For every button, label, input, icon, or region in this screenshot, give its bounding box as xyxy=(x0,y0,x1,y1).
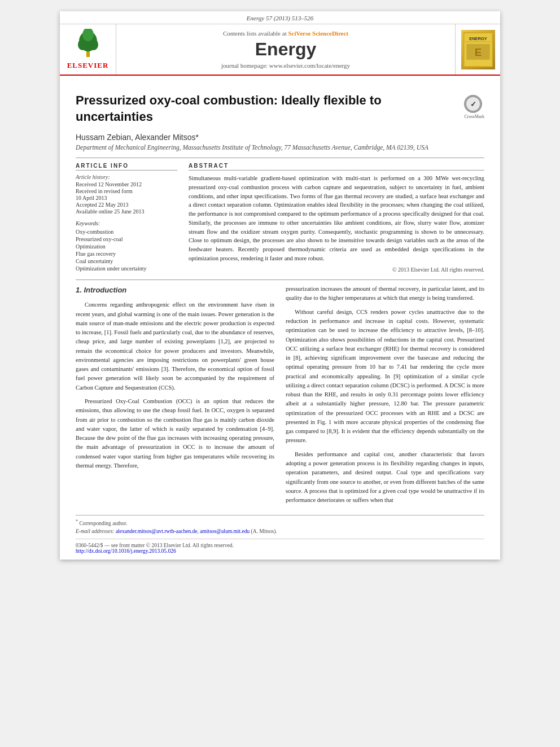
body-para-2: Pressurized Oxy-Coal Combustion (OCC) is… xyxy=(76,397,274,470)
keywords-list: Oxy-combustion Pressurized oxy-coal Opti… xyxy=(76,229,177,272)
keyword-4: Flue gas recovery xyxy=(76,251,177,257)
crossmark-badge[interactable]: ✓ CrossMark xyxy=(464,95,484,119)
footer-copyright: 0360-5442/$ — see front matter © 2013 El… xyxy=(76,543,484,548)
doi-link[interactable]: http://dx.doi.org/10.1016/j.energy.2013.… xyxy=(76,548,176,554)
body-para-3: pressurization increases the amount of t… xyxy=(286,285,484,303)
body-col-left: 1. Introduction Concerns regarding anthr… xyxy=(76,285,274,509)
keywords-label: Keywords: xyxy=(76,220,177,226)
body-para-1: Concerns regarding anthropogenic effect … xyxy=(76,300,274,392)
email-link-2[interactable]: amitsos@alum.mit.edu xyxy=(200,528,250,534)
history-item-4: Accepted 22 May 2013 xyxy=(76,202,177,208)
svg-point-4 xyxy=(89,39,98,50)
journal-thumbnail: ENERGY E xyxy=(455,24,500,75)
page-footer: * Corresponding author. E-mail addresses… xyxy=(76,515,484,560)
journal-title: Energy xyxy=(255,39,316,60)
article-info-column: ARTICLE INFO Article history: Received 1… xyxy=(76,163,177,273)
article-content: Pressurized oxy-coal combustion: Ideally… xyxy=(60,76,500,280)
affiliation: Department of Mechanical Engineering, Ma… xyxy=(76,144,484,151)
top-bar: Energy 57 (2013) 513–526 xyxy=(60,11,500,24)
journal-header: ELSEVIER Contents lists available at Sci… xyxy=(60,24,500,76)
article-history: Article history: Received 12 November 20… xyxy=(76,174,177,215)
article-title: Pressurized oxy-coal combustion: Ideally… xyxy=(76,93,458,125)
body-col-right: pressurization increases the amount of t… xyxy=(286,285,484,509)
journal-cover-image: ENERGY E xyxy=(461,30,495,69)
footnote-corresponding: * Corresponding author. xyxy=(76,519,484,526)
svg-point-3 xyxy=(78,39,87,50)
elsevier-logo: ELSEVIER xyxy=(67,29,109,70)
history-item-1: Received 12 November 2012 xyxy=(76,181,177,187)
divider-1 xyxy=(76,158,484,158)
email-link-1[interactable]: alexander.mitsos@avt.rwth-aachen.de xyxy=(116,528,198,534)
history-label: Article history: xyxy=(76,174,177,180)
svg-text:E: E xyxy=(474,46,482,58)
body-para-4: Without careful design, CCS renders powe… xyxy=(286,308,484,445)
section-1-heading: 1. Introduction xyxy=(76,285,274,296)
journal-citation: Energy 57 (2013) 513–526 xyxy=(247,15,313,21)
authors: Hussam Zebian, Alexander Mitsos* xyxy=(76,133,484,142)
journal-info-center: Contents lists available at SciVerse Sci… xyxy=(116,24,455,75)
divider-2 xyxy=(76,279,484,280)
history-item-3: 10 April 2013 xyxy=(76,195,177,201)
elsevier-logo-area: ELSEVIER xyxy=(60,24,116,75)
keyword-2: Pressurized oxy-coal xyxy=(76,236,177,242)
footer-bottom: 0360-5442/$ — see front matter © 2013 El… xyxy=(76,539,484,554)
crossmark-icon: ✓ xyxy=(464,95,482,113)
keyword-6: Optimization under uncertainty xyxy=(76,265,177,272)
abstract-text: Simultaneous multi-variable gradient-bas… xyxy=(189,174,484,263)
svg-text:✓: ✓ xyxy=(470,100,476,108)
keyword-3: Optimization xyxy=(76,243,177,250)
keyword-5: Coal uncertainty xyxy=(76,258,177,264)
sciverse-label: SciVerse ScienceDirect xyxy=(288,30,348,37)
body-columns: 1. Introduction Concerns regarding anthr… xyxy=(60,285,500,509)
history-item-2: Received in revised form xyxy=(76,188,177,194)
history-item-5: Available online 25 June 2013 xyxy=(76,208,177,215)
svg-text:ENERGY: ENERGY xyxy=(469,36,487,41)
elsevier-label: ELSEVIER xyxy=(67,61,109,70)
footnote-email: E-mail addresses: alexander.mitsos@avt.r… xyxy=(76,528,484,534)
body-para-5: Besides performance and capital cost, an… xyxy=(286,450,484,505)
abstract-section: ABSTRACT Simultaneous multi-variable gra… xyxy=(189,163,484,273)
info-abstract-section: ARTICLE INFO Article history: Received 1… xyxy=(76,163,484,273)
abstract-title: ABSTRACT xyxy=(189,163,484,171)
journal-cover-svg: ENERGY E xyxy=(462,32,494,67)
author-names: Hussam Zebian, Alexander Mitsos* xyxy=(76,133,199,142)
footer-doi[interactable]: http://dx.doi.org/10.1016/j.energy.2013.… xyxy=(76,548,484,554)
elsevier-emblem-icon xyxy=(74,29,102,60)
article-page: Energy 57 (2013) 513–526 ELSEVIER xyxy=(60,11,500,560)
sciverse-link: Contents lists available at SciVerse Sci… xyxy=(223,30,348,37)
journal-homepage: journal homepage: www.elsevier.com/locat… xyxy=(221,62,350,69)
copyright: © 2013 Elsevier Ltd. All rights reserved… xyxy=(189,267,484,273)
article-info-title: ARTICLE INFO xyxy=(76,163,177,171)
keyword-1: Oxy-combustion xyxy=(76,229,177,235)
